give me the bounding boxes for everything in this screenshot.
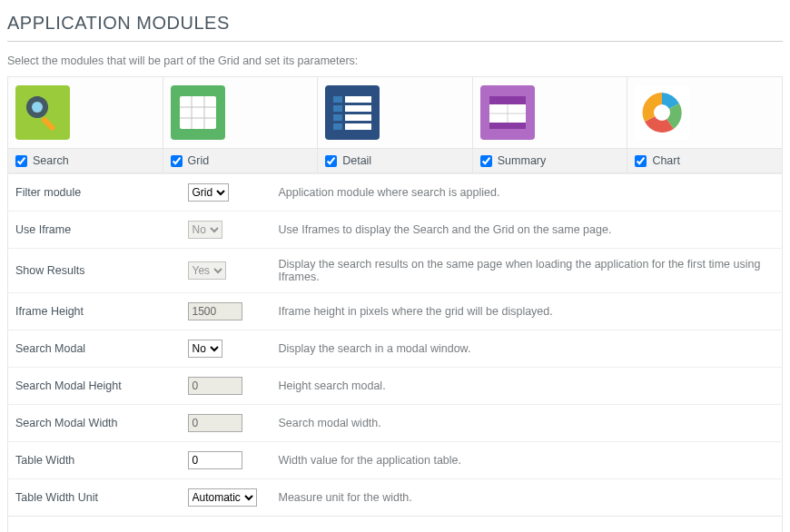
svg-rect-28 [489,123,526,129]
table-width-label: Table Width [8,442,181,479]
grid-icon [171,85,225,140]
filter-module-hint: Application module where search is appli… [272,174,783,212]
search-icon [15,85,70,140]
page-subtitle: Select the modules that will be part of … [7,54,783,67]
search-modal-height-input[interactable] [188,377,242,395]
iframe-height-label: Iframe Height [8,293,181,330]
search-modal-width-label: Search Modal Width [8,405,181,442]
svg-rect-22 [345,114,371,121]
use-iframe-select[interactable]: No [188,221,222,239]
module-search-label: Search [33,154,69,167]
svg-rect-23 [333,123,342,130]
table-width-unit-label: Table Width Unit [8,479,181,517]
use-iframe-label: Use Iframe [8,212,181,249]
svg-rect-11 [180,96,216,129]
modules-row: Search Grid [7,76,783,173]
module-summary-checkbox[interactable] [480,155,492,167]
search-modal-label: Search Modal [8,330,181,368]
module-search: Search [8,77,163,172]
svg-rect-18 [345,96,371,103]
iframe-height-input[interactable] [188,302,242,320]
module-summary: Summary [473,77,628,172]
page-title: APPLICATION MODULES [7,7,783,42]
filter-module-label: Filter module [8,174,181,212]
search-modal-width-input[interactable] [188,414,242,432]
table-width-hint: Width value for the application table. [272,442,783,479]
svg-point-32 [654,104,670,121]
svg-rect-20 [345,105,371,112]
search-modal-hint: Display the search in a modal window. [272,330,783,368]
module-search-checkbox[interactable] [15,155,27,167]
module-chart-label: Chart [652,154,680,167]
svg-rect-19 [333,105,342,112]
module-grid-label: Grid [188,154,210,167]
module-chart-checkbox[interactable] [635,155,647,167]
table-width-unit-select[interactable]: Automatic [188,488,257,507]
row-show-results: Show Results Yes Display the search resu… [8,249,783,293]
search-modal-height-hint: Height search modal. [272,368,783,405]
row-use-iframe: Use Iframe No Use Iframes to display the… [8,212,783,249]
settings-table: Filter module Grid Application module wh… [7,173,783,517]
chart-icon [635,85,689,140]
table-width-input[interactable] [188,451,242,469]
footer: Advanced Settings [7,517,783,532]
svg-rect-24 [345,123,371,130]
row-search-modal-width: Search Modal Width Search modal width. [8,405,783,442]
svg-rect-21 [333,114,342,121]
svg-rect-17 [333,96,342,103]
summary-icon [480,85,535,140]
search-modal-select[interactable]: No [188,340,222,358]
search-modal-width-hint: Search modal width. [272,405,783,442]
show-results-select[interactable]: Yes [188,261,226,280]
svg-rect-27 [489,96,526,104]
svg-rect-16 [325,85,380,140]
use-iframe-hint: Use Iframes to display the Search and th… [272,212,783,249]
filter-module-select[interactable]: Grid [188,183,229,202]
module-detail: Detail [318,77,473,172]
show-results-hint: Display the search results on the same p… [272,249,783,293]
detail-icon [325,85,380,140]
row-iframe-height: Iframe Height Iframe height in pixels wh… [8,293,783,330]
show-results-label: Show Results [8,249,181,293]
module-detail-checkbox[interactable] [325,155,337,167]
module-grid: Grid [163,77,319,172]
row-table-width: Table Width Width value for the applicat… [8,442,783,479]
module-chart: Chart [627,77,782,172]
module-detail-label: Detail [342,154,371,167]
svg-point-9 [32,102,43,113]
row-search-modal-height: Search Modal Height Height search modal. [8,368,783,405]
module-summary-label: Summary [498,154,546,167]
module-grid-checkbox[interactable] [171,155,183,167]
search-modal-height-label: Search Modal Height [8,368,181,405]
row-table-width-unit: Table Width Unit Automatic Measure unit … [8,479,783,517]
table-width-unit-hint: Measure unit for the width. [272,479,783,517]
row-filter-module: Filter module Grid Application module wh… [8,174,783,212]
iframe-height-hint: Iframe height in pixels where the grid w… [272,293,783,330]
row-search-modal: Search Modal No Display the search in a … [8,330,783,368]
